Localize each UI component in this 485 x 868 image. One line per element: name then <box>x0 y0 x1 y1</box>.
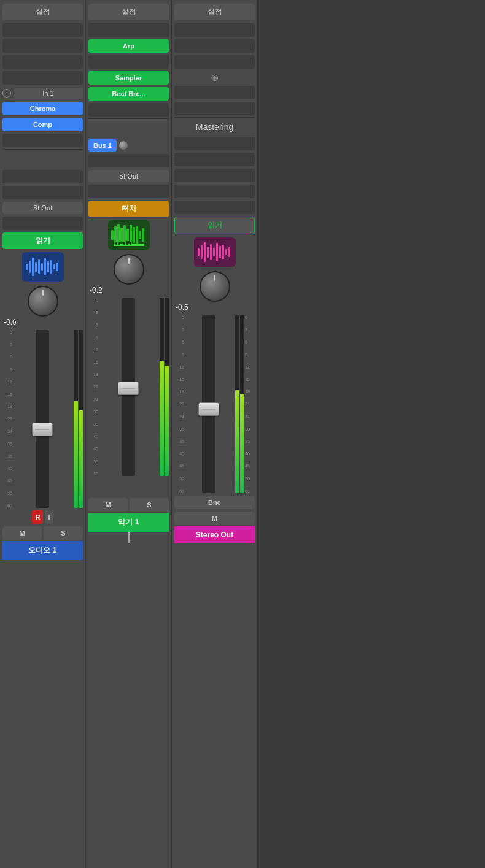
empty-slot-stereoout <box>174 185 255 198</box>
track-label-stereoout: Stereo Out <box>174 526 255 543</box>
plugin-slot-3-audio1 <box>2 55 83 69</box>
auto-btn-stereoout[interactable]: 읽기 <box>174 217 255 234</box>
record-r-btn-audio1[interactable]: R <box>32 510 43 524</box>
settings-button-stereoout[interactable]: 설정 <box>174 4 255 20</box>
scale-left-inst1: 0 3 6 9 12 15 18 21 24 30 35 40 45 50 60 <box>88 298 98 476</box>
plugin-slot-4-stereoout <box>174 102 255 115</box>
sampler-plugin-inst1[interactable]: Sampler <box>88 71 169 85</box>
svg-rect-37 <box>225 249 227 255</box>
cursor-area-audio1 <box>2 560 83 572</box>
auto-btn-inst1[interactable]: 터치 <box>88 201 169 217</box>
mixer-container: 설정 In 1 Chroma Comp St Out 읽기 <box>0 0 485 868</box>
divider-1-audio1 <box>2 149 83 150</box>
meter-l-fill-inst1 <box>160 361 164 477</box>
solo-btn-inst1[interactable]: S <box>130 498 169 512</box>
send-slot3-audio1 <box>2 186 83 199</box>
svg-rect-31 <box>207 247 209 258</box>
fader-handle-inst1[interactable] <box>118 382 139 395</box>
meter-r-fill-stereoout <box>240 394 244 493</box>
settings-button-audio1[interactable]: 설정 <box>2 4 83 20</box>
solo-btn-audio1[interactable]: S <box>44 526 83 540</box>
channel-strip-stereoout: 설정 ⊕ Mastering 읽기 <box>172 0 258 868</box>
svg-rect-29 <box>201 245 203 259</box>
vol-knob-container-stereoout: -0.5 <box>174 271 255 312</box>
chain-icon-stereoout[interactable]: ⊕ <box>204 70 226 85</box>
fader-rail-inst1 <box>122 298 135 476</box>
waveform-inst1[interactable] <box>108 220 150 250</box>
meter-r-fill-inst1 <box>165 366 169 476</box>
chroma-insert-audio1[interactable]: Chroma <box>2 102 83 115</box>
record-i-btn-audio1[interactable]: I <box>45 510 53 524</box>
send-slot2-audio1 <box>2 170 83 183</box>
plugin-slot-1-stereoout <box>174 39 255 53</box>
fader-full-stereoout: 0 3 6 9 12 15 18 21 24 30 35 40 45 50 60 <box>174 315 255 493</box>
empty-slot2-stereoout <box>174 201 255 214</box>
send-slot-audio1 <box>2 134 83 147</box>
output-btn-inst1[interactable]: St Out <box>88 170 169 182</box>
fader-rail-wrapper-audio1 <box>12 330 83 508</box>
meter-stereoout <box>235 315 244 493</box>
waveform-stereoout[interactable] <box>194 237 236 267</box>
mute-btn-inst1[interactable]: M <box>88 498 128 512</box>
empty-slot-audio1 <box>2 217 83 230</box>
plugin-slot-0-inst1 <box>88 23 169 37</box>
auto-btn-audio1[interactable]: 읽기 <box>2 232 83 249</box>
vol-value-stereoout: -0.5 <box>174 303 255 312</box>
bus-knob-inst1[interactable] <box>119 141 128 150</box>
meter-r-audio1 <box>79 330 83 508</box>
vol-knob-container-audio1: -0.6 <box>2 286 83 326</box>
svg-rect-14 <box>120 228 123 242</box>
record-row-audio1: R I <box>2 510 83 524</box>
mute-btn-stereoout[interactable]: M <box>174 512 255 525</box>
send-slot2-inst1 <box>88 154 169 167</box>
plugin-slot-4-audio1 <box>2 71 83 85</box>
comp-insert-audio1[interactable]: Comp <box>2 118 83 131</box>
arp-plugin-inst1[interactable]: Arp <box>88 39 169 53</box>
ms-row-audio1: M S <box>2 526 83 540</box>
vol-knob-inst1[interactable] <box>114 254 144 285</box>
svg-rect-38 <box>228 247 230 257</box>
waveform-audio1[interactable] <box>22 252 64 282</box>
fader-rail-wrapper-stereoout: 0 3 6 9 12 15 18 21 24 30 35 40 45 50 60 <box>184 315 255 493</box>
svg-rect-6 <box>44 258 46 275</box>
plugin-slot-1-audio1 <box>2 23 83 37</box>
bus1-btn-inst1[interactable]: Bus 1 <box>88 139 117 152</box>
input-indicator-audio1 <box>2 89 11 98</box>
svg-rect-2 <box>32 258 34 276</box>
svg-rect-9 <box>53 264 55 269</box>
settings-button-inst1[interactable]: 설정 <box>88 4 169 20</box>
empty-slot-inst1 <box>88 185 169 198</box>
meter-r-inst1 <box>165 298 169 476</box>
fader-handle-audio1[interactable] <box>32 423 53 436</box>
svg-rect-32 <box>210 244 212 260</box>
send-slot2-stereoout <box>174 153 255 166</box>
svg-rect-1 <box>29 261 31 273</box>
divider-stereoout <box>174 117 255 118</box>
svg-rect-12 <box>114 226 117 244</box>
svg-rect-15 <box>123 225 126 245</box>
bounce-btn-stereoout[interactable]: Bnc <box>174 496 255 509</box>
svg-rect-21 <box>142 228 144 242</box>
fader-rail-audio1 <box>36 330 49 508</box>
beatbre-plugin-inst1[interactable]: Beat Bre... <box>88 87 169 101</box>
svg-rect-20 <box>139 231 141 239</box>
meter-l-audio1 <box>74 330 78 508</box>
ms-row-stereoout: M <box>174 512 255 525</box>
vol-knob-stereoout[interactable] <box>200 271 230 302</box>
svg-rect-22 <box>114 244 144 246</box>
svg-rect-8 <box>50 260 52 274</box>
output-btn-audio1[interactable]: St Out <box>2 202 83 214</box>
meter-l-fill-audio1 <box>74 401 78 508</box>
waveform-svg-stereoout <box>196 240 233 264</box>
mute-btn-audio1[interactable]: M <box>2 526 42 540</box>
plugin-slot-1-inst1 <box>88 103 169 117</box>
svg-rect-11 <box>111 230 114 240</box>
fader-handle-stereoout[interactable] <box>198 402 219 416</box>
ms-row-inst1: M S <box>88 498 169 512</box>
vol-knob-audio1[interactable] <box>28 286 58 317</box>
svg-rect-26 <box>126 242 128 245</box>
fader-full-inst1: 0 3 6 9 12 15 18 21 24 30 35 40 45 50 60 <box>88 298 169 476</box>
svg-rect-16 <box>126 229 129 241</box>
fader-rail-wrapper-inst1 <box>98 298 169 476</box>
svg-rect-34 <box>216 243 218 261</box>
